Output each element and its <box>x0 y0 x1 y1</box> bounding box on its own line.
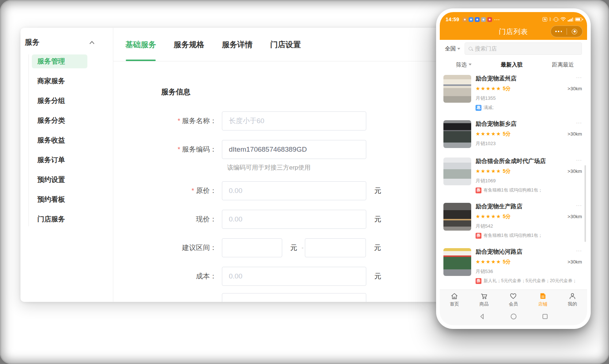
field-help: 该编码可用于对接三方erp使用 <box>227 163 434 172</box>
store-rating-row: ★★★★★5分>30km <box>476 258 582 265</box>
more-dots-icon[interactable]: ··· <box>574 75 582 79</box>
coupon-text: 有鱼猫粮1包 或玛信狗粮1包； <box>484 232 542 239</box>
form-row: 现价：0.00元 <box>141 210 434 229</box>
required-asterisk: * <box>178 117 180 125</box>
sort-option[interactable]: 最新入驻 <box>501 61 523 68</box>
sidebar-group-title: 服务 <box>25 37 39 47</box>
text-input[interactable]: 长度小于60 <box>222 111 366 130</box>
store-name: 励合宠物新乡店 <box>476 120 517 128</box>
back-icon[interactable] <box>478 313 486 322</box>
main-content: 基础服务服务规格服务详情门店设置 服务信息 *服务名称：长度小于60*服务编码：… <box>113 28 441 302</box>
cart-icon <box>480 292 488 300</box>
more-dots-icon[interactable]: ··· <box>574 248 582 253</box>
unit-label: 元 <box>374 186 381 196</box>
input-placeholder: 0.00 <box>229 187 242 195</box>
sort-option[interactable]: 距离最近 <box>552 61 574 68</box>
text-input[interactable] <box>222 293 366 302</box>
coupon-text: 有鱼猫粮1包 或玛信狗粮1包； <box>484 187 542 193</box>
store-photo <box>443 248 471 276</box>
star-icons: ★★★★★ <box>476 86 501 91</box>
tab-heart[interactable]: 会员 <box>499 290 528 309</box>
input-placeholder: 0.00 <box>229 272 242 280</box>
text-input[interactable]: 0.00 <box>222 181 366 200</box>
store-info: 励合宠物沁河路店···★★★★★5分>30km月销536券新人礼；5元代金券；5… <box>471 248 582 284</box>
store-photo <box>443 203 471 231</box>
form-row: 成本：0.00元 <box>141 267 434 286</box>
store-rating-row: ★★★★★5分>30km <box>476 168 582 175</box>
sidebar-item[interactable]: 服务收益 <box>32 133 87 147</box>
tab-label: 我的 <box>568 301 577 307</box>
heart-icon <box>509 292 517 300</box>
search-placeholder: 搜索门店 <box>475 45 497 52</box>
tab-label: 首页 <box>450 301 459 307</box>
store-list-item[interactable]: 励合宠物沁河路店···★★★★★5分>30km月销536券新人礼；5元代金券；5… <box>443 248 582 284</box>
search-input[interactable]: 搜索门店 <box>465 42 582 55</box>
exit-target-icon[interactable] <box>567 26 583 37</box>
tab-item[interactable]: 门店设置 <box>270 28 301 61</box>
sidebar-item[interactable]: 服务管理 <box>32 54 87 68</box>
text-input[interactable] <box>305 238 366 257</box>
store-list-item[interactable]: 励合宠物孟州店···★★★★★5分>30km月销1355惠满减; <box>443 75 582 111</box>
tab-label: 商品 <box>479 301 488 307</box>
more-dots-icon[interactable]: ··· <box>574 203 582 207</box>
more-dots-icon[interactable]: ··· <box>574 158 582 162</box>
tab-user[interactable]: 我的 <box>557 290 587 309</box>
nav-bar: 门店列表 <box>440 24 587 40</box>
store-title-row: 励合宠物孟州店··· <box>476 75 582 83</box>
scrollbar[interactable] <box>585 165 586 242</box>
coupon-badge: 券 <box>476 187 481 193</box>
tab-home[interactable]: 首页 <box>440 290 469 309</box>
text-input[interactable]: 0.00 <box>222 267 366 286</box>
text-input[interactable]: dItem1706857468389GD <box>222 140 366 159</box>
store-distance: >30km <box>568 168 582 174</box>
store-score: 5分 <box>503 259 511 265</box>
sidebar-item[interactable]: 服务分类 <box>32 114 87 128</box>
section-title: 服务信息 <box>161 87 434 97</box>
more-icon[interactable] <box>551 26 567 37</box>
store-distance: >30km <box>568 131 582 137</box>
status-bar: 14:59 ··· N ᛒ <box>440 12 587 24</box>
sort-option[interactable]: 筛选 <box>456 61 472 68</box>
recents-icon[interactable] <box>541 313 549 322</box>
tab-bar: 基础服务服务规格服务详情门店设置 <box>113 28 441 61</box>
store-list-item[interactable]: 励合猫会所金成时代广场店···★★★★★5分>30km月销1069券有鱼猫粮1包… <box>443 158 582 193</box>
store-list-item[interactable]: 励合宠物新乡店···★★★★★5分>30km月销1023 <box>443 120 582 148</box>
chevron-down-icon <box>457 48 460 51</box>
home-circle-icon[interactable] <box>510 313 517 322</box>
signal-icon <box>568 18 573 22</box>
sidebar-item[interactable]: 服务分组 <box>32 94 87 108</box>
star-icons: ★★★★★ <box>476 259 501 265</box>
text-input[interactable] <box>222 238 282 257</box>
sidebar-item[interactable]: 预约看板 <box>32 193 87 206</box>
overflow-dots-icon: ··· <box>494 17 500 22</box>
field-label: 成本： <box>141 272 222 281</box>
store-list-item[interactable]: 励合宠物生产路店···★★★★★5分>30km月销542券有鱼猫粮1包 或玛信狗… <box>443 203 582 239</box>
store-score: 5分 <box>503 131 511 137</box>
sidebar-item[interactable]: 门店服务 <box>32 212 87 226</box>
tab-cart[interactable]: 商品 <box>469 290 499 309</box>
next-field-partial <box>141 293 434 302</box>
tab-item[interactable]: 服务规格 <box>174 28 204 61</box>
battery-icon <box>575 18 582 21</box>
coupon-badge: 券 <box>476 233 481 239</box>
phone-screen: 14:59 ··· N ᛒ 门店列表 <box>440 12 587 325</box>
region-selector[interactable]: 全国 <box>445 45 460 52</box>
store-distance: >30km <box>568 259 582 265</box>
unit-label: 元 <box>374 215 381 224</box>
sidebar-group-services[interactable]: 服务 <box>20 28 113 47</box>
home-icon <box>450 292 458 300</box>
sidebar-item[interactable]: 商家服务 <box>32 74 87 88</box>
more-dots-icon[interactable]: ··· <box>574 120 582 125</box>
text-input[interactable]: 0.00 <box>222 210 366 229</box>
field-label: 现价： <box>141 215 222 224</box>
tab-active[interactable]: 基础服务 <box>125 28 156 61</box>
sidebar-item[interactable]: 服务订单 <box>32 153 87 167</box>
eye-icon <box>462 17 467 22</box>
store-list: 励合宠物孟州店···★★★★★5分>30km月销1355惠满减;励合宠物新乡店·… <box>440 72 587 289</box>
store-monthly-sales: 月销542 <box>476 223 582 230</box>
sidebar-item[interactable]: 预约设置 <box>32 173 87 187</box>
chevron-up-icon[interactable] <box>89 38 95 46</box>
field-label: *服务编码： <box>141 145 222 154</box>
tab-item[interactable]: 服务详情 <box>222 28 253 61</box>
tab-shop[interactable]: 店铺 <box>528 290 558 309</box>
